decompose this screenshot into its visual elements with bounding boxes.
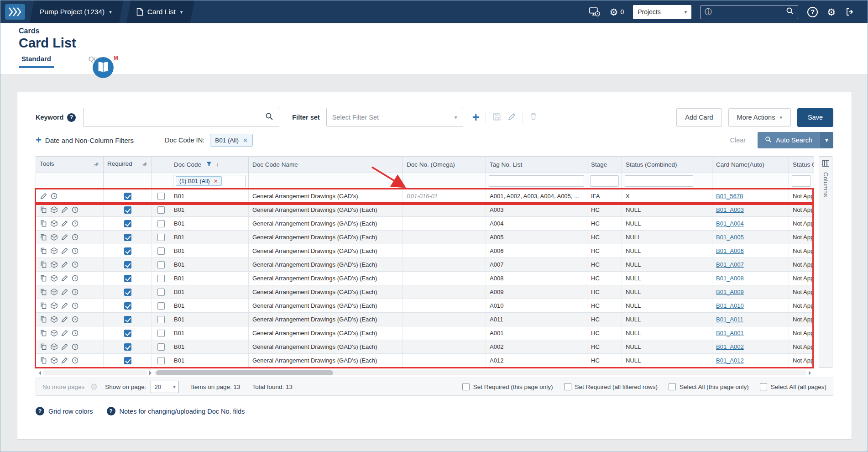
copy-icon[interactable]	[40, 343, 47, 351]
col-tag-no[interactable]: Tag No. List	[486, 157, 587, 173]
breadcrumb-project[interactable]: Pump Project (1234) ▾	[30, 0, 124, 23]
required-checkbox[interactable]	[124, 220, 131, 227]
status-combined-filter-input[interactable]	[625, 175, 693, 187]
card-link[interactable]: B01_A009	[716, 289, 744, 295]
checkbox[interactable]	[564, 383, 571, 390]
card-link[interactable]: B01_A006	[716, 247, 744, 254]
keyword-input[interactable]	[89, 113, 265, 121]
columns-panel-toggle[interactable]: Columns	[819, 156, 832, 368]
edit-icon[interactable]	[61, 206, 68, 214]
doc-code-filter-box[interactable]: (1) B01 (All) ✕	[173, 175, 246, 187]
save-button[interactable]: Save	[797, 108, 833, 127]
required-checkbox[interactable]	[124, 343, 131, 351]
history-icon[interactable]	[71, 233, 79, 241]
checkbox[interactable]	[760, 383, 767, 390]
page-size-select[interactable]: 20 ▾	[151, 381, 179, 393]
model-icon[interactable]	[50, 220, 58, 227]
scroll-track[interactable]	[154, 370, 806, 375]
history-icon[interactable]	[71, 302, 79, 310]
history-icon[interactable]	[71, 288, 79, 296]
required-checkbox[interactable]	[124, 302, 131, 310]
history-icon[interactable]	[71, 220, 79, 227]
copy-icon[interactable]	[40, 315, 47, 323]
model-icon[interactable]	[50, 329, 58, 337]
model-icon[interactable]	[50, 315, 58, 323]
copy-icon[interactable]	[40, 274, 47, 282]
copy-icon[interactable]	[40, 220, 47, 227]
card-link[interactable]: B01_A010	[716, 302, 744, 309]
card-link[interactable]: B01_A011	[716, 316, 743, 323]
checkbox[interactable]	[462, 383, 470, 390]
tag-no-filter-input[interactable]	[489, 175, 584, 187]
card-link[interactable]: B01_A002	[716, 343, 744, 350]
card-link[interactable]: B01_A008	[716, 275, 744, 282]
more-actions-button[interactable]: More Actions ▾	[728, 108, 791, 127]
required-checkbox[interactable]	[124, 234, 131, 241]
save-filter-set-icon[interactable]	[492, 112, 501, 123]
col-doc-code-name[interactable]: Doc Code Name	[249, 157, 403, 173]
copy-icon[interactable]	[40, 206, 47, 214]
set-required-page-option[interactable]: Set Required (this page only)	[462, 383, 553, 390]
history-icon[interactable]	[50, 192, 58, 200]
required-checkbox[interactable]	[124, 330, 131, 337]
delete-filter-set-icon[interactable]	[529, 112, 538, 122]
history-icon[interactable]	[71, 315, 79, 323]
col-doc-code[interactable]: Doc Code ↑	[170, 157, 249, 173]
auto-search-menu-toggle[interactable]: ▼	[820, 132, 833, 148]
col-stage[interactable]: Stage	[587, 157, 622, 173]
set-required-all-option[interactable]: Set Required (all filtered rows)	[564, 383, 658, 390]
doc-code-filter-chip[interactable]: B01 (All) ✕	[210, 134, 253, 147]
required-checkbox[interactable]	[124, 357, 131, 364]
doc-no-notes-help[interactable]: ? Notes for changing/uploading Doc No. f…	[107, 407, 245, 415]
tab-standard[interactable]: Standard	[19, 55, 54, 68]
pin-icon[interactable]	[93, 162, 99, 169]
row-select-checkbox[interactable]	[157, 247, 165, 255]
info-icon[interactable]: ⓘ	[705, 7, 712, 17]
model-icon[interactable]	[50, 274, 58, 282]
checkbox[interactable]	[669, 383, 676, 390]
model-icon[interactable]	[50, 247, 58, 255]
sort-asc-icon[interactable]: ↑	[216, 162, 219, 168]
history-icon[interactable]	[71, 357, 79, 364]
edit-icon[interactable]	[61, 302, 68, 310]
required-checkbox[interactable]	[124, 275, 131, 282]
remove-chip-icon[interactable]: ✕	[243, 137, 248, 144]
add-filter-set-icon[interactable]: +	[472, 111, 480, 124]
required-checkbox[interactable]	[124, 316, 131, 323]
filter-funnel-icon[interactable]	[206, 161, 212, 168]
keyword-help-icon[interactable]: ?	[67, 113, 76, 122]
copy-icon[interactable]	[40, 247, 47, 255]
edit-filter-set-icon[interactable]	[507, 112, 516, 123]
search-icon[interactable]	[265, 112, 273, 122]
global-search-input[interactable]: ⓘ	[701, 5, 798, 19]
row-select-checkbox[interactable]	[157, 261, 165, 268]
row-select-checkbox[interactable]	[157, 234, 165, 241]
select-all-pages-option[interactable]: Select All (all pages)	[760, 383, 826, 390]
col-status-g[interactable]: Status G	[789, 157, 814, 173]
row-select-checkbox[interactable]	[157, 289, 165, 296]
row-select-checkbox[interactable]	[157, 316, 165, 323]
logout-icon[interactable]	[845, 7, 855, 16]
edit-icon[interactable]	[61, 233, 68, 241]
col-status-combined[interactable]: Status (Combined)	[622, 157, 712, 173]
copy-icon[interactable]	[40, 261, 47, 268]
model-icon[interactable]	[50, 302, 58, 310]
grid-row-colors-help[interactable]: ? Grid row colors	[36, 407, 93, 415]
model-icon[interactable]	[50, 261, 58, 268]
required-checkbox[interactable]	[124, 193, 131, 200]
remove-filter-icon[interactable]: ✕	[214, 178, 218, 184]
edit-icon[interactable]	[61, 288, 68, 296]
copy-icon[interactable]	[40, 357, 47, 364]
row-select-checkbox[interactable]	[157, 275, 165, 282]
row-select-checkbox[interactable]	[157, 330, 165, 337]
copy-icon[interactable]	[40, 288, 47, 296]
history-icon[interactable]	[71, 343, 79, 351]
row-select-checkbox[interactable]	[157, 343, 165, 351]
card-link[interactable]: B01_5678	[716, 193, 743, 200]
edit-icon[interactable]	[61, 220, 68, 227]
history-icon[interactable]	[71, 247, 79, 255]
col-doc-no[interactable]: Doc No. (Omega)	[403, 157, 486, 173]
history-icon[interactable]	[71, 261, 79, 268]
col-card-name[interactable]: Card Name(Auto)	[712, 157, 789, 173]
card-link[interactable]: B01_A005	[716, 234, 744, 241]
